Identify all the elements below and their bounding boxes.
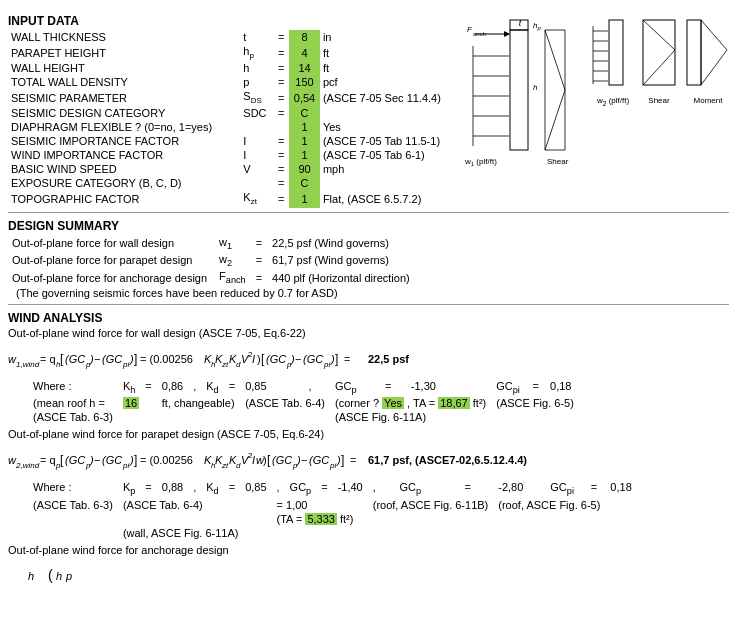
wind-analysis-section: WIND ANALYSIS Out-of-plane wind force fo… [8, 311, 729, 595]
svg-marker-31 [701, 20, 727, 85]
row-unit [320, 176, 459, 190]
summary-note: (The governing seismic forces have been … [8, 286, 414, 300]
where-gcp-val: -1,30 [406, 379, 461, 396]
wall-diagram: t hp h F anch [465, 16, 585, 176]
row-val[interactable]: 14 [289, 61, 320, 75]
where-wall-table: Where : Kh = 0,86 , Kd = 0,85 , GCp = -1… [28, 379, 579, 424]
row-val[interactable]: 4 [289, 44, 320, 61]
svg-text:2,wind: 2,wind [15, 461, 40, 470]
parapet-where-row2: (ASCE Tab. 6-3) (ASCE Tab. 6-4) = 1,00 (… [28, 498, 637, 512]
svg-text:[: [ [267, 453, 271, 467]
anchorage-formula-svg: h ( h p [28, 560, 228, 596]
row-unit: Flat, (ASCE 6.5.7.2) [320, 190, 459, 207]
svg-text:I: I [252, 353, 255, 365]
row-sym: SDS [240, 89, 273, 106]
svg-text:(GC: (GC [102, 454, 122, 466]
row-eq: = [273, 75, 289, 89]
table-row: SEISMIC DESIGN CATEGORY SDC = C [8, 106, 459, 120]
svg-text:−: − [301, 454, 307, 466]
parapet-where-row4: (wall, ASCE Fig. 6-11A) [28, 526, 637, 540]
row-label: EXPOSURE CATEGORY (B, C, D) [8, 176, 240, 190]
table-row: WIND IMPORTANCE FACTOR I = 1 (ASCE 7-05 … [8, 148, 459, 162]
where-row3: (ASCE Tab. 6-3) (ASCE Fig. 6-11A) [28, 410, 579, 424]
row-label: PARAPET HEIGHT [8, 44, 240, 61]
svg-text:(GC: (GC [303, 353, 323, 365]
divider-1 [8, 212, 729, 213]
parapet-gcp2-val: -2,80 [493, 480, 535, 497]
svg-text:pi: pi [122, 461, 129, 470]
row-val[interactable]: 0,54 [289, 89, 320, 106]
where-gcp-label: GCp [330, 379, 380, 396]
row-unit: in [320, 30, 459, 44]
parapet-kd-eq: = [224, 480, 240, 497]
parapet-formula-line: w 2,wind = q p [ (GC p ) − (GC pi ) ] = … [8, 444, 729, 476]
row-val[interactable]: C [289, 176, 320, 190]
anchorage-formula-line: h ( h p [28, 560, 729, 596]
svg-rect-19 [609, 20, 623, 85]
svg-text:I: I [252, 454, 255, 466]
row-eq: = [273, 148, 289, 162]
parapet-kp-val: 0,88 [157, 480, 188, 497]
row-val[interactable]: 150 [289, 75, 320, 89]
summary-row: Out-of-plane force for anchorage design … [8, 269, 414, 286]
right-diagrams: w2 (plf/ft) Shear [591, 16, 733, 167]
parapet-kd-val: 0,85 [240, 480, 271, 497]
w2-diagram-svg [591, 16, 635, 96]
svg-text:= q: = q [40, 353, 56, 365]
summary-eq: = [250, 252, 268, 269]
svg-text:w1 (plf/ft): w1 (plf/ft) [465, 157, 497, 167]
where-mean-unit: ft, changeable) [157, 396, 240, 410]
svg-text:1,wind: 1,wind [16, 360, 40, 369]
row-unit: (ASCE 7-05 Tab 6-1) [320, 148, 459, 162]
parapet-gcp-val1: -1,40 [333, 480, 368, 497]
row-val[interactable]: 8 [289, 30, 320, 44]
row-val[interactable]: 1 [289, 190, 320, 207]
row-val[interactable]: 1 [289, 134, 320, 148]
svg-text:[: [ [60, 453, 64, 467]
where-kd-label: Kd [201, 379, 223, 396]
design-summary-title: DESIGN SUMMARY [8, 219, 729, 233]
row-sym: hp [240, 44, 273, 61]
row-val[interactable]: 1 [289, 120, 320, 134]
svg-text:(GC: (GC [309, 454, 329, 466]
summary-label: Out-of-plane force for parapet design [8, 252, 211, 269]
svg-text:h: h [28, 570, 34, 582]
table-row: TOTAL WALL DENSITY p = 150 pcf [8, 75, 459, 89]
svg-text:(: ( [48, 567, 53, 583]
svg-text:= q: = q [40, 454, 56, 466]
row-unit: ft [320, 61, 459, 75]
where-mean-label: (mean roof h = [28, 396, 118, 410]
parapet-ta-label: (TA = 5,333 ft²) [272, 512, 368, 526]
where-comma2: , [304, 379, 330, 396]
where-gcpi-eq: = [527, 379, 545, 396]
where-row2: (mean roof h = 16 ft, changeable) (ASCE … [28, 396, 579, 410]
parapet-note1: (ASCE Tab. 6-3) [28, 498, 118, 512]
parapet-kd-label: Kd [201, 480, 223, 497]
parapet-where-label: Where : [28, 480, 118, 497]
where-kh-label: Kh [118, 379, 140, 396]
svg-text:(GC: (GC [65, 353, 85, 365]
table-row: BASIC WIND SPEED V = 90 mph [8, 162, 459, 176]
svg-text:−: − [295, 353, 301, 365]
svg-text:pi: pi [329, 461, 336, 470]
svg-rect-30 [687, 20, 701, 85]
parapet-where-row3: (TA = 5,333 ft²) [28, 512, 637, 526]
row-eq [273, 120, 289, 134]
parapet-note3: (roof, ASCE Fig. 6-11B) [368, 498, 494, 512]
row-unit: ft [320, 44, 459, 61]
svg-line-28 [643, 20, 675, 50]
parapet-gcp-eq2: = 1,00 [272, 498, 368, 512]
row-unit: (ASCE 7-05 Sec 11.4.4) [320, 89, 459, 106]
parapet-note2: (ASCE Tab. 6-4) [118, 498, 272, 512]
summary-eq: = [250, 269, 268, 286]
where-gcp-eq: = [380, 379, 406, 396]
row-val[interactable]: 1 [289, 148, 320, 162]
row-val[interactable]: C [289, 106, 320, 120]
svg-text:]: ] [134, 352, 137, 366]
row-unit: pcf [320, 75, 459, 89]
row-eq: = [273, 30, 289, 44]
parapet-where-row1: Where : Kp = 0,88 , Kd = 0,85 , GCp = -1… [28, 480, 637, 497]
row-val[interactable]: 90 [289, 162, 320, 176]
table-row: PARAPET HEIGHT hp = 4 ft [8, 44, 459, 61]
diagram-area: t hp h F anch [469, 8, 729, 208]
